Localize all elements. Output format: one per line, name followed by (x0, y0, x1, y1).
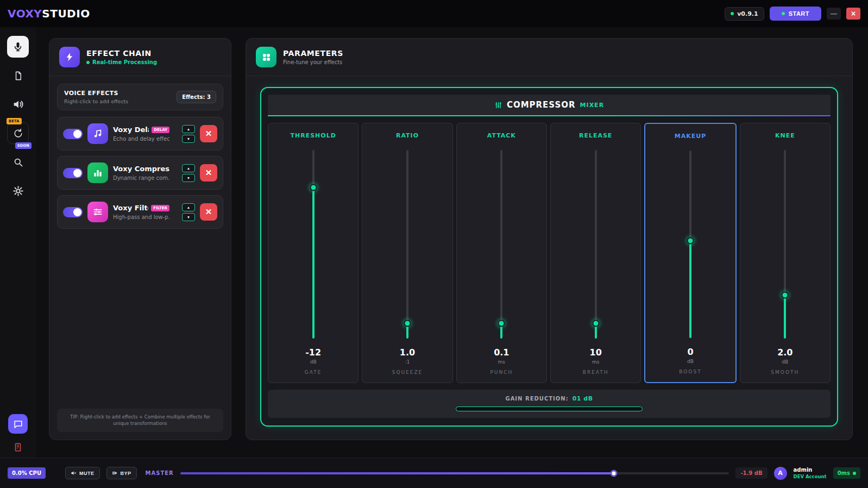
param-unit: dB (687, 359, 694, 364)
slider-track[interactable] (406, 150, 408, 339)
move-down-button[interactable]: ▼ (182, 213, 195, 221)
param-slider-attack[interactable]: ATTACK 0.1 ms PUNCH (456, 123, 547, 383)
slider-track[interactable] (689, 151, 691, 338)
slider-knob[interactable] (310, 184, 317, 191)
param-value: -12 (305, 347, 321, 358)
sidebar-item-search[interactable] (7, 151, 29, 173)
voice-effects-section[interactable]: VOICE EFFECTS Right-click to add effects… (57, 84, 223, 110)
slider-track[interactable] (312, 150, 315, 339)
start-label: START (789, 10, 809, 17)
bar-chart-icon (92, 167, 103, 178)
slider-knob[interactable] (498, 320, 505, 327)
bypass-button[interactable]: BYP (106, 467, 137, 479)
gain-reduction-label: GAIN REDUCTION: (505, 396, 568, 402)
move-down-button[interactable]: ▼ (182, 174, 195, 182)
param-slider-release[interactable]: RELEASE 10 ms BREATH (550, 123, 641, 383)
chat-icon (13, 419, 23, 429)
effect-toggle[interactable] (63, 207, 83, 217)
effect-item-voxy-delay[interactable]: Voxy Delay DELAY Echo and delay effects … (57, 117, 223, 151)
effect-item-voxy-compressor[interactable]: Voxy Compressor Dynamic range com... ▲ ▼… (57, 156, 223, 190)
effect-name: Voxy Compressor (113, 165, 169, 173)
compressor-panel: COMPRESSOR MIXER THRESHOLD -12 (260, 87, 838, 427)
effect-item-voxy-filter[interactable]: Voxy Filter FILTER High-pass and low-p..… (57, 195, 223, 229)
effect-description: High-pass and low-p... (113, 214, 169, 220)
start-button[interactable]: START (770, 7, 821, 21)
title-bar: VOXYSTUDIO v0.9.1 START — × (0, 0, 868, 27)
param-label: KNEE (775, 132, 795, 139)
param-slider-makeup[interactable]: MAKEUP 0 dB BOOST (644, 123, 736, 383)
slider-track[interactable] (595, 150, 597, 339)
sidebar-item-microphone[interactable] (7, 36, 29, 58)
param-slider-ratio[interactable]: RATIO 1.0 :1 SQUEEZE (362, 123, 452, 383)
slider-track-area[interactable] (745, 147, 826, 342)
slider-track[interactable] (784, 150, 786, 339)
close-button[interactable]: × (846, 8, 860, 20)
soon-badge: SOON (15, 142, 32, 149)
param-value: 2.0 (777, 347, 792, 358)
sidebar-item-audio[interactable] (7, 93, 29, 115)
tip-text: TIP: Right-click to add effects + Combin… (57, 409, 223, 433)
close-icon: ✕ (205, 129, 212, 139)
effect-chain-chip (59, 47, 80, 67)
remove-effect-button[interactable]: ✕ (200, 125, 217, 142)
mute-icon (71, 470, 77, 476)
slider-track-area[interactable] (461, 147, 542, 342)
param-sublabel: SMOOTH (771, 370, 799, 375)
move-down-button[interactable]: ▼ (182, 135, 195, 143)
remove-effect-button[interactable]: ✕ (200, 164, 217, 182)
remove-effect-button[interactable]: ✕ (200, 203, 217, 221)
sidebar-item-files[interactable] (7, 65, 29, 86)
param-slider-knee[interactable]: KNEE 2.0 dB SMOOTH (740, 123, 831, 383)
processing-dot-icon (86, 61, 90, 64)
slider-fill (689, 241, 691, 338)
param-label: THRESHOLD (291, 132, 336, 139)
slider-track-area[interactable] (650, 147, 731, 341)
param-unit: ms (498, 359, 505, 365)
gain-reduction-section: GAIN REDUCTION: 01 dB (268, 390, 831, 418)
file-icon (13, 71, 23, 81)
mute-button[interactable]: MUTE (65, 467, 100, 479)
cpu-usage-badge: 0.0% CPU (8, 467, 46, 479)
sidebar-item-sync[interactable]: BETA SOON (7, 122, 29, 144)
avatar[interactable]: A (774, 467, 787, 480)
slider-track[interactable] (500, 150, 502, 339)
slider-track-area[interactable] (273, 147, 354, 342)
effect-toggle[interactable] (63, 129, 83, 139)
start-dot-icon (782, 12, 785, 15)
master-fill (180, 472, 614, 474)
param-unit: ms (592, 359, 599, 365)
param-unit: dB (782, 359, 788, 365)
chat-button[interactable] (8, 414, 28, 434)
bypass-label: BYP (121, 471, 131, 476)
grid-icon (261, 52, 272, 62)
move-up-button[interactable]: ▲ (182, 203, 195, 211)
slider-columns: THRESHOLD -12 dB GATE RATIO (268, 123, 831, 383)
logo-voxy: VOXY (8, 7, 42, 20)
param-label: ATTACK (487, 132, 516, 139)
sidebar-item-settings[interactable] (7, 180, 29, 202)
move-up-button[interactable]: ▲ (182, 125, 195, 133)
master-slider[interactable] (180, 469, 729, 478)
library-button[interactable] (13, 442, 23, 452)
effect-toggle[interactable] (63, 168, 83, 178)
move-up-button[interactable]: ▲ (182, 164, 195, 172)
minimize-button[interactable]: — (827, 8, 841, 20)
app-window: VOXYSTUDIO v0.9.1 START — × (0, 0, 868, 488)
effect-chain-title: EFFECT CHAIN (86, 49, 157, 58)
slider-knob[interactable] (782, 292, 789, 299)
param-slider-threshold[interactable]: THRESHOLD -12 dB GATE (268, 123, 358, 383)
gain-reduction-value: 01 dB (573, 395, 593, 402)
effect-chain-panel: EFFECT CHAIN Real-time Processing VOICE … (49, 38, 231, 440)
master-label: MASTER (146, 470, 174, 476)
param-unit: dB (310, 359, 317, 365)
slider-knob[interactable] (404, 320, 411, 327)
param-label: MAKEUP (675, 133, 707, 140)
mixer-tag: MIXER (580, 102, 605, 109)
master-knob[interactable] (611, 470, 618, 477)
slider-knob[interactable] (687, 237, 694, 244)
slider-track-area[interactable] (367, 147, 448, 342)
slider-knob[interactable] (592, 320, 599, 327)
parameters-title: PARAMETERS (283, 49, 343, 58)
slider-track-area[interactable] (555, 147, 636, 342)
lightning-icon (65, 52, 74, 62)
